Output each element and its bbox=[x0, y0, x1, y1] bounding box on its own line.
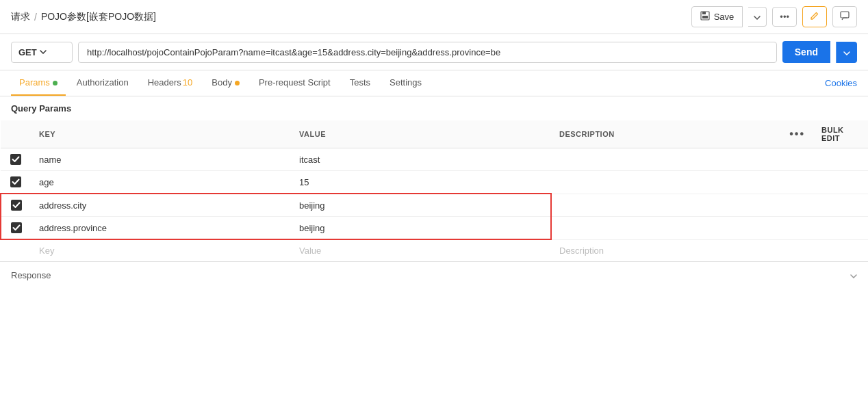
row-more bbox=[781, 217, 813, 240]
table-row-placeholder: KeyValueDescription bbox=[1, 239, 868, 261]
comment-button[interactable] bbox=[832, 6, 857, 27]
url-bar: GET Send bbox=[0, 34, 868, 70]
row-checkbox-cell bbox=[1, 194, 31, 217]
save-label: Save bbox=[714, 12, 735, 22]
tab-authorization[interactable]: Authorization bbox=[68, 70, 137, 96]
checkbox-checked[interactable] bbox=[11, 222, 22, 233]
th-checkbox bbox=[1, 120, 31, 148]
save-dropdown-button[interactable] bbox=[748, 7, 767, 27]
row-value[interactable]: beijing bbox=[291, 217, 551, 240]
breadcrumb-requests: 请求 bbox=[11, 11, 30, 23]
row-more bbox=[781, 194, 813, 217]
row-description bbox=[551, 148, 781, 171]
send-button[interactable]: Send bbox=[782, 41, 830, 63]
body-dot bbox=[235, 81, 240, 85]
table-row: age15 bbox=[1, 171, 868, 194]
table-row: address.provincebeijing bbox=[1, 217, 868, 240]
table-row: nameitcast bbox=[1, 148, 868, 171]
svg-rect-3 bbox=[841, 12, 849, 18]
placeholder-check bbox=[1, 239, 31, 261]
row-value[interactable]: itcast bbox=[291, 148, 551, 171]
url-input[interactable] bbox=[78, 42, 777, 63]
topbar-actions: Save ••• bbox=[691, 6, 857, 27]
placeholder-key[interactable]: Key bbox=[31, 239, 291, 261]
tab-pre-request-script[interactable]: Pre-request Script bbox=[251, 70, 339, 96]
send-label: Send bbox=[795, 47, 818, 57]
method-label: GET bbox=[18, 47, 37, 57]
checkbox-checked[interactable] bbox=[10, 154, 21, 165]
row-value[interactable]: 15 bbox=[291, 171, 551, 194]
row-checkbox-cell bbox=[1, 171, 31, 194]
checkbox[interactable] bbox=[10, 222, 23, 233]
row-description bbox=[551, 217, 781, 240]
response-label: Response bbox=[11, 270, 51, 280]
method-dropdown[interactable]: GET bbox=[11, 42, 73, 63]
save-button[interactable]: Save bbox=[691, 6, 743, 27]
page-title: POJO参数[嵌套POJO数据] bbox=[41, 11, 156, 23]
tab-body[interactable]: Body bbox=[203, 70, 248, 96]
params-dot bbox=[53, 81, 58, 85]
row-value[interactable]: beijing bbox=[291, 194, 551, 217]
row-checkbox-cell bbox=[1, 148, 31, 171]
tab-settings[interactable]: Settings bbox=[381, 70, 430, 96]
checkbox-checked[interactable] bbox=[11, 200, 22, 211]
th-bulk-edit: Bulk Edit bbox=[813, 120, 868, 148]
row-key[interactable]: address.city bbox=[31, 194, 291, 217]
more-options-button[interactable]: ••• bbox=[772, 7, 797, 27]
checkbox[interactable] bbox=[9, 176, 23, 187]
row-description bbox=[551, 194, 781, 217]
tab-headers[interactable]: Headers10 bbox=[140, 70, 201, 96]
placeholder-description: Description bbox=[551, 239, 781, 261]
th-more: ••• bbox=[781, 120, 813, 148]
th-key: KEY bbox=[31, 120, 291, 148]
tab-tests[interactable]: Tests bbox=[342, 70, 379, 96]
table-more-icon[interactable]: ••• bbox=[789, 128, 805, 140]
row-bulk bbox=[813, 194, 868, 217]
row-key[interactable]: name bbox=[31, 148, 291, 171]
row-more bbox=[781, 171, 813, 194]
placeholder-value[interactable]: Value bbox=[291, 239, 551, 261]
tabs-bar: Params Authorization Headers10 Body Pre-… bbox=[0, 70, 868, 96]
row-bulk bbox=[813, 148, 868, 171]
svg-rect-1 bbox=[702, 12, 706, 14]
bulk-edit-button[interactable]: Bulk Edit bbox=[821, 126, 844, 142]
row-key[interactable]: age bbox=[31, 171, 291, 194]
response-section[interactable]: Response bbox=[0, 261, 868, 289]
breadcrumb-area: 请求 / POJO参数[嵌套POJO数据] bbox=[11, 11, 156, 23]
checkbox[interactable] bbox=[10, 200, 23, 211]
response-chevron-icon bbox=[850, 270, 857, 280]
query-params-title: Query Params bbox=[0, 96, 868, 120]
content-area: Query Params KEY VALUE DESCRIPTION ••• B… bbox=[0, 96, 868, 261]
row-description bbox=[551, 171, 781, 194]
save-icon bbox=[700, 11, 710, 23]
breadcrumb-separator: / bbox=[34, 12, 37, 23]
params-table: KEY VALUE DESCRIPTION ••• Bulk Edit name… bbox=[0, 120, 868, 261]
cookies-link[interactable]: Cookies bbox=[825, 71, 857, 95]
row-bulk bbox=[813, 171, 868, 194]
th-value: VALUE bbox=[291, 120, 551, 148]
svg-rect-2 bbox=[702, 16, 708, 18]
edit-button[interactable] bbox=[802, 6, 827, 27]
checkbox-checked[interactable] bbox=[10, 176, 21, 187]
tab-params[interactable]: Params bbox=[11, 70, 66, 96]
more-dots-icon: ••• bbox=[780, 12, 789, 22]
row-more bbox=[781, 148, 813, 171]
checkbox[interactable] bbox=[9, 154, 23, 165]
th-description: DESCRIPTION bbox=[551, 120, 781, 148]
row-key[interactable]: address.province bbox=[31, 217, 291, 240]
send-dropdown-button[interactable] bbox=[836, 42, 857, 63]
row-checkbox-cell bbox=[1, 217, 31, 240]
table-row: address.citybeijing bbox=[1, 194, 868, 217]
top-bar: 请求 / POJO参数[嵌套POJO数据] Save ••• bbox=[0, 0, 868, 34]
row-bulk bbox=[813, 217, 868, 240]
table-header-row: KEY VALUE DESCRIPTION ••• Bulk Edit bbox=[1, 120, 868, 148]
